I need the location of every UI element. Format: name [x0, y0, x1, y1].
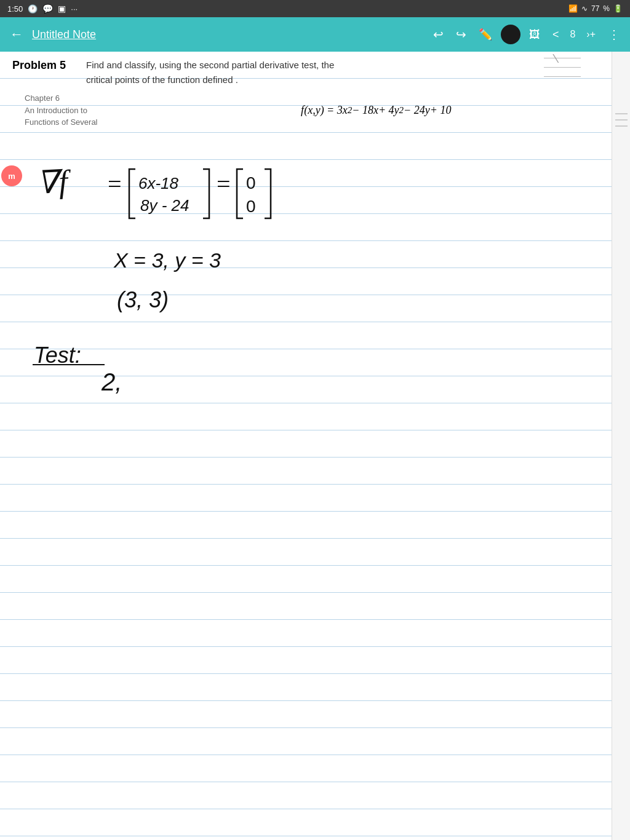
back-button[interactable]: ←: [6, 24, 27, 45]
svg-text:∇f: ∇f: [36, 164, 73, 200]
svg-text:6x-18: 6x-18: [138, 174, 179, 192]
redo-button[interactable]: ↪: [452, 25, 470, 44]
screen-icon: ▣: [58, 4, 66, 14]
clock-icon: 🕐: [28, 4, 38, 14]
svg-text:X = 3,  y = 3: X = 3, y = 3: [113, 248, 221, 272]
svg-text:(3, 3): (3, 3): [117, 287, 169, 312]
prev-page-button[interactable]: <: [549, 26, 563, 44]
chapter-info: Chapter 6 An Introduction to Functions o…: [12, 90, 110, 131]
handwritten-area: ∇f = 6x-18 8y - 24 = 0: [0, 138, 593, 446]
svg-text:8y - 24: 8y - 24: [140, 196, 189, 215]
svg-text:=: =: [108, 170, 122, 198]
undo-button[interactable]: ↩: [429, 25, 447, 44]
image-insert-button[interactable]: 🖼: [525, 26, 544, 44]
problem-formula: f(x, y) = 3x2 − 18x + 4y2 − 24y + 10: [110, 99, 581, 122]
content-area: ⁄ Problem 5 Find and classify, using the…: [0, 52, 630, 840]
avatar-label: m: [8, 172, 15, 181]
more-options-button[interactable]: ⋮: [604, 25, 624, 44]
page-indicator-2: [615, 119, 628, 121]
edit-pen-button[interactable]: ✏️: [475, 25, 496, 44]
time-display: 1:50: [7, 4, 23, 14]
battery-label: 77: [591, 4, 599, 13]
status-bar-right: 📶 ∿ 77 % 🔋: [568, 4, 623, 13]
page-number: 8: [567, 29, 578, 40]
problem-description: Find and classify, using the second part…: [86, 58, 538, 87]
status-bar: 1:50 🕐 💬 ▣ ··· 📶 ∿ 77 % 🔋: [0, 0, 630, 17]
svg-text:0: 0: [246, 173, 256, 192]
signal-icon: 📶: [568, 4, 578, 13]
color-picker-button[interactable]: [501, 25, 520, 44]
status-bar-left: 1:50 🕐 💬 ▣ ···: [7, 4, 78, 14]
toolbar: ← Untitled Note ↩ ↪ ✏️ 🖼 < 8 ›+ ⋮: [0, 17, 630, 52]
svg-text:=: =: [217, 170, 231, 198]
more-dots-icon: ···: [71, 4, 78, 14]
page-indicator-1: [615, 113, 628, 114]
problem-header: Problem 5 Find and classify, using the s…: [0, 58, 593, 87]
messaging-icon: 💬: [42, 4, 53, 14]
problem-title: Problem 5: [12, 58, 86, 72]
avatar-bubble: m: [1, 165, 22, 186]
svg-text:0: 0: [246, 197, 256, 216]
svg-text:2,: 2,: [101, 368, 122, 395]
right-sidebar: [612, 52, 630, 840]
page-indicator-3: [615, 125, 628, 127]
handwriting-svg: ∇f = 6x-18 8y - 24 = 0: [0, 138, 609, 446]
paper-area[interactable]: ⁄ Problem 5 Find and classify, using the…: [0, 52, 612, 840]
battery-icon: 🔋: [613, 4, 623, 13]
battery-percent: %: [603, 4, 610, 13]
wifi-icon: ∿: [581, 4, 588, 13]
note-title[interactable]: Untitled Note: [32, 28, 425, 41]
content-overlay: ⁄ Problem 5 Find and classify, using the…: [0, 52, 593, 446]
svg-text:Test:: Test:: [34, 343, 81, 368]
next-page-button[interactable]: ›+: [583, 26, 599, 42]
